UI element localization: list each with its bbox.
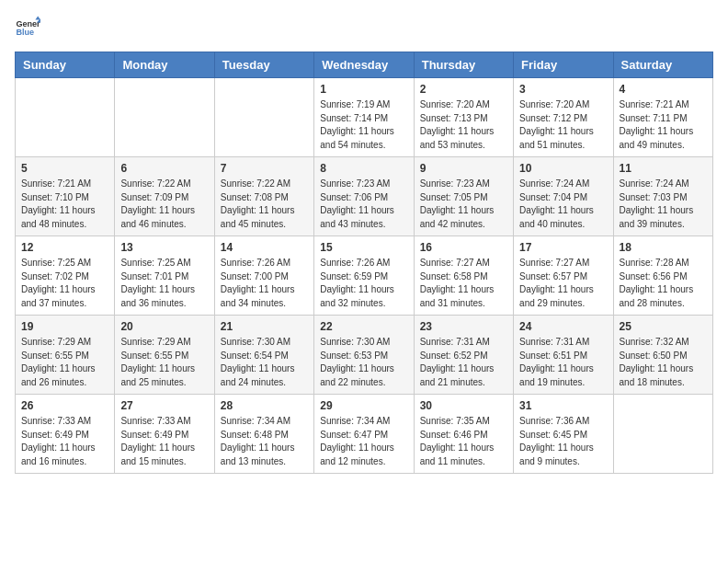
- day-info: Sunrise: 7:25 AMSunset: 7:02 PMDaylight:…: [21, 257, 108, 310]
- calendar-cell: 16Sunrise: 7:27 AMSunset: 6:58 PMDayligh…: [414, 236, 513, 316]
- calendar-cell: 1Sunrise: 7:19 AMSunset: 7:14 PMDaylight…: [314, 78, 414, 157]
- day-info: Sunrise: 7:31 AMSunset: 6:51 PMDaylight:…: [519, 336, 607, 389]
- day-header-saturday: Saturday: [613, 52, 712, 78]
- page-header: General Blue: [15, 15, 713, 40]
- calendar-cell: 22Sunrise: 7:30 AMSunset: 6:53 PMDayligh…: [314, 316, 414, 395]
- calendar-cell: 18Sunrise: 7:28 AMSunset: 6:56 PMDayligh…: [613, 236, 712, 316]
- day-number: 12: [21, 241, 108, 254]
- calendar-cell: 11Sunrise: 7:24 AMSunset: 7:03 PMDayligh…: [613, 157, 712, 236]
- day-header-friday: Friday: [514, 52, 613, 78]
- day-info: Sunrise: 7:27 AMSunset: 6:57 PMDaylight:…: [519, 257, 607, 310]
- calendar-cell: 23Sunrise: 7:31 AMSunset: 6:52 PMDayligh…: [414, 316, 513, 395]
- calendar-cell: 31Sunrise: 7:36 AMSunset: 6:45 PMDayligh…: [514, 395, 613, 474]
- day-number: 20: [120, 320, 208, 333]
- day-header-monday: Monday: [115, 52, 214, 78]
- svg-text:Blue: Blue: [16, 28, 34, 37]
- calendar-cell: 28Sunrise: 7:34 AMSunset: 6:48 PMDayligh…: [214, 395, 313, 474]
- day-number: 6: [120, 162, 208, 175]
- calendar-cell: 3Sunrise: 7:20 AMSunset: 7:12 PMDaylight…: [514, 78, 613, 157]
- day-number: 8: [320, 162, 407, 175]
- day-number: 28: [221, 399, 308, 412]
- day-info: Sunrise: 7:30 AMSunset: 6:54 PMDaylight:…: [221, 336, 308, 389]
- day-info: Sunrise: 7:24 AMSunset: 7:03 PMDaylight:…: [620, 178, 707, 231]
- calendar-cell: [115, 78, 214, 157]
- day-number: 2: [420, 83, 507, 96]
- calendar-cell: 14Sunrise: 7:26 AMSunset: 7:00 PMDayligh…: [214, 236, 313, 316]
- day-number: 19: [21, 320, 108, 333]
- calendar-cell: 2Sunrise: 7:20 AMSunset: 7:13 PMDaylight…: [414, 78, 513, 157]
- calendar-cell: 13Sunrise: 7:25 AMSunset: 7:01 PMDayligh…: [115, 236, 214, 316]
- day-info: Sunrise: 7:26 AMSunset: 6:59 PMDaylight:…: [320, 257, 407, 310]
- day-info: Sunrise: 7:34 AMSunset: 6:48 PMDaylight:…: [221, 415, 308, 468]
- day-info: Sunrise: 7:31 AMSunset: 6:52 PMDaylight:…: [420, 336, 507, 389]
- day-info: Sunrise: 7:33 AMSunset: 6:49 PMDaylight:…: [21, 415, 108, 468]
- day-info: Sunrise: 7:35 AMSunset: 6:46 PMDaylight:…: [420, 415, 507, 468]
- day-info: Sunrise: 7:23 AMSunset: 7:06 PMDaylight:…: [320, 178, 407, 231]
- day-info: Sunrise: 7:20 AMSunset: 7:13 PMDaylight:…: [420, 98, 507, 152]
- day-info: Sunrise: 7:22 AMSunset: 7:08 PMDaylight:…: [221, 178, 308, 231]
- calendar-cell: 17Sunrise: 7:27 AMSunset: 6:57 PMDayligh…: [514, 236, 613, 316]
- day-number: 22: [320, 320, 407, 333]
- day-info: Sunrise: 7:27 AMSunset: 6:58 PMDaylight:…: [420, 257, 507, 310]
- calendar-cell: 10Sunrise: 7:24 AMSunset: 7:04 PMDayligh…: [514, 157, 613, 236]
- day-header-wednesday: Wednesday: [314, 52, 414, 78]
- calendar-cell: 5Sunrise: 7:21 AMSunset: 7:10 PMDaylight…: [16, 157, 115, 236]
- day-number: 7: [221, 162, 308, 175]
- calendar-cell: 26Sunrise: 7:33 AMSunset: 6:49 PMDayligh…: [16, 395, 115, 474]
- calendar-table: SundayMondayTuesdayWednesdayThursdayFrid…: [15, 52, 713, 474]
- day-number: 5: [21, 162, 108, 175]
- logo-icon: General Blue: [15, 15, 40, 40]
- calendar-header-row: SundayMondayTuesdayWednesdayThursdayFrid…: [16, 52, 713, 78]
- calendar-cell: 27Sunrise: 7:33 AMSunset: 6:49 PMDayligh…: [115, 395, 214, 474]
- day-info: Sunrise: 7:23 AMSunset: 7:05 PMDaylight:…: [420, 178, 507, 231]
- day-number: 25: [620, 320, 707, 333]
- calendar-cell: 12Sunrise: 7:25 AMSunset: 7:02 PMDayligh…: [16, 236, 115, 316]
- day-info: Sunrise: 7:24 AMSunset: 7:04 PMDaylight:…: [519, 178, 607, 231]
- day-number: 16: [420, 241, 507, 254]
- day-number: 17: [519, 241, 607, 254]
- day-number: 11: [620, 162, 707, 175]
- day-number: 15: [320, 241, 407, 254]
- svg-text:General: General: [16, 19, 40, 29]
- calendar-cell: [16, 78, 115, 157]
- day-info: Sunrise: 7:29 AMSunset: 6:55 PMDaylight:…: [21, 336, 108, 389]
- day-number: 10: [519, 162, 607, 175]
- calendar-cell: 15Sunrise: 7:26 AMSunset: 6:59 PMDayligh…: [314, 236, 414, 316]
- calendar-week-row: 1Sunrise: 7:19 AMSunset: 7:14 PMDaylight…: [16, 78, 713, 157]
- day-number: 27: [120, 399, 208, 412]
- calendar-week-row: 5Sunrise: 7:21 AMSunset: 7:10 PMDaylight…: [16, 157, 713, 236]
- calendar-week-row: 12Sunrise: 7:25 AMSunset: 7:02 PMDayligh…: [16, 236, 713, 316]
- calendar-cell: 19Sunrise: 7:29 AMSunset: 6:55 PMDayligh…: [16, 316, 115, 395]
- calendar-cell: 30Sunrise: 7:35 AMSunset: 6:46 PMDayligh…: [414, 395, 513, 474]
- calendar-cell: 6Sunrise: 7:22 AMSunset: 7:09 PMDaylight…: [115, 157, 214, 236]
- day-header-sunday: Sunday: [16, 52, 115, 78]
- calendar-cell: [214, 78, 313, 157]
- day-number: 4: [620, 83, 707, 96]
- day-info: Sunrise: 7:32 AMSunset: 6:50 PMDaylight:…: [620, 336, 707, 389]
- day-header-tuesday: Tuesday: [214, 52, 313, 78]
- calendar-cell: 29Sunrise: 7:34 AMSunset: 6:47 PMDayligh…: [314, 395, 414, 474]
- calendar-cell: 20Sunrise: 7:29 AMSunset: 6:55 PMDayligh…: [115, 316, 214, 395]
- day-number: 3: [519, 83, 607, 96]
- day-info: Sunrise: 7:22 AMSunset: 7:09 PMDaylight:…: [120, 178, 208, 231]
- day-info: Sunrise: 7:36 AMSunset: 6:45 PMDaylight:…: [519, 415, 607, 468]
- calendar-cell: 7Sunrise: 7:22 AMSunset: 7:08 PMDaylight…: [214, 157, 313, 236]
- day-number: 9: [420, 162, 507, 175]
- calendar-cell: 25Sunrise: 7:32 AMSunset: 6:50 PMDayligh…: [613, 316, 712, 395]
- calendar-cell: 24Sunrise: 7:31 AMSunset: 6:51 PMDayligh…: [514, 316, 613, 395]
- day-info: Sunrise: 7:26 AMSunset: 7:00 PMDaylight:…: [221, 257, 308, 310]
- day-info: Sunrise: 7:21 AMSunset: 7:10 PMDaylight:…: [21, 178, 108, 231]
- calendar-cell: [613, 395, 712, 474]
- day-number: 14: [221, 241, 308, 254]
- day-info: Sunrise: 7:20 AMSunset: 7:12 PMDaylight:…: [519, 98, 607, 152]
- day-header-thursday: Thursday: [414, 52, 513, 78]
- logo: General Blue: [15, 15, 40, 40]
- day-number: 18: [620, 241, 707, 254]
- day-number: 23: [420, 320, 507, 333]
- day-info: Sunrise: 7:30 AMSunset: 6:53 PMDaylight:…: [320, 336, 407, 389]
- calendar-cell: 9Sunrise: 7:23 AMSunset: 7:05 PMDaylight…: [414, 157, 513, 236]
- calendar-cell: 21Sunrise: 7:30 AMSunset: 6:54 PMDayligh…: [214, 316, 313, 395]
- day-info: Sunrise: 7:34 AMSunset: 6:47 PMDaylight:…: [320, 415, 407, 468]
- calendar-cell: 8Sunrise: 7:23 AMSunset: 7:06 PMDaylight…: [314, 157, 414, 236]
- calendar-week-row: 26Sunrise: 7:33 AMSunset: 6:49 PMDayligh…: [16, 395, 713, 474]
